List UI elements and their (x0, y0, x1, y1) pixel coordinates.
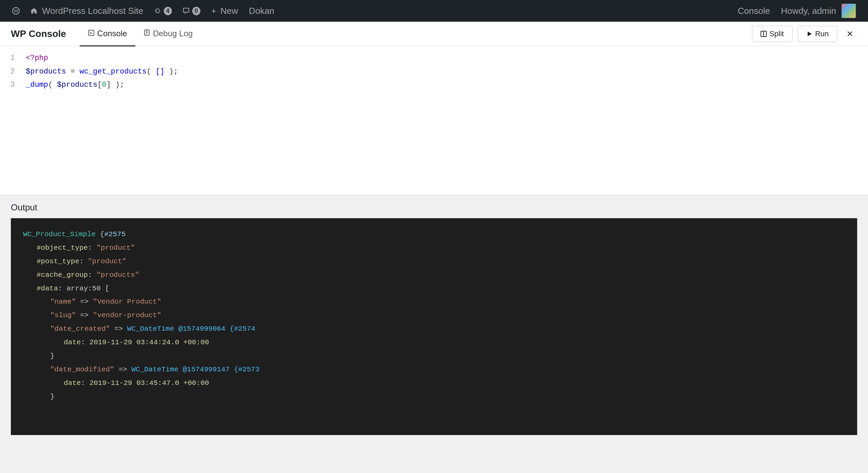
console-menu[interactable]: Console (732, 0, 775, 22)
output-line-11: "date_modified" => WC_DateTime @15749991… (50, 363, 845, 376)
output-line-4: #cache_group: "products" (37, 268, 845, 282)
console-header: WP Console Console Debug Log Split Run (0, 22, 868, 46)
output-line-1: WC_Product_Simple {#2575 (23, 228, 845, 241)
tab-console[interactable]: Console (80, 22, 135, 46)
output-label: Output (11, 202, 857, 213)
admin-bar: W WordPress Localhost Site 4 0 + New Dok… (0, 0, 868, 22)
split-label: Split (769, 29, 784, 38)
svg-text:W: W (14, 8, 18, 14)
run-label: Run (815, 29, 829, 38)
output-console[interactable]: WC_Product_Simple {#2575 #object_type: "… (11, 218, 857, 435)
wp-logo[interactable]: W (7, 0, 25, 22)
output-line-13: } (50, 390, 845, 404)
run-button[interactable]: Run (798, 26, 837, 42)
split-button[interactable]: Split (752, 26, 792, 42)
updates-button[interactable]: 4 (149, 0, 177, 22)
output-line-8: "date_created" => WC_DateTime @157499906… (50, 322, 845, 336)
comments-button[interactable]: 0 (177, 0, 206, 22)
output-section: Output WC_Product_Simple {#2575 #object_… (0, 196, 868, 435)
tab-debug-label: Debug Log (153, 29, 193, 38)
header-actions: Split Run × (752, 26, 857, 42)
debug-tab-icon (143, 29, 150, 38)
output-line-3: #post_type: "product" (37, 255, 845, 268)
new-content-button[interactable]: + New (206, 0, 243, 22)
output-line-2: #object_type: "product" (37, 241, 845, 255)
adminbar-right: Console Howdy, admin (732, 0, 861, 22)
avatar (842, 4, 856, 18)
code-editor: 1 2 3 <?php $products = wc_get_products(… (0, 46, 868, 195)
output-line-9: date: 2019-11-29 03:44:24.0 +00:00 (64, 336, 845, 349)
site-name[interactable]: WordPress Localhost Site (25, 0, 149, 22)
console-tab-icon (88, 29, 95, 38)
svg-marker-6 (808, 32, 812, 36)
code-line-1: <?php (26, 52, 863, 65)
code-line-2: $products = wc_get_products( [] ); (26, 65, 863, 79)
tab-debug-log[interactable]: Debug Log (135, 22, 201, 46)
output-line-5: #data: array:50 [ (37, 282, 845, 295)
output-line-7: "slug" => "vendor-product" (50, 309, 845, 322)
tab-console-label: Console (97, 29, 127, 38)
code-content[interactable]: <?php $products = wc_get_products( [] );… (20, 52, 868, 189)
dokan-menu[interactable]: Dokan (243, 0, 280, 22)
wp-console-panel: WP Console Console Debug Log Split Run (0, 22, 868, 196)
output-line-10: } (50, 349, 845, 363)
console-title: WP Console (11, 28, 66, 39)
close-button[interactable]: × (843, 26, 857, 41)
line-numbers: 1 2 3 (0, 52, 20, 189)
code-line-3: _dump( $products[0] ); (26, 78, 863, 92)
output-line-12: date: 2019-11-29 03:45:47.0 +00:00 (64, 376, 845, 390)
output-line-6: "name" => "Vendor Product" (50, 295, 845, 309)
howdy-menu[interactable]: Howdy, admin (775, 0, 861, 22)
